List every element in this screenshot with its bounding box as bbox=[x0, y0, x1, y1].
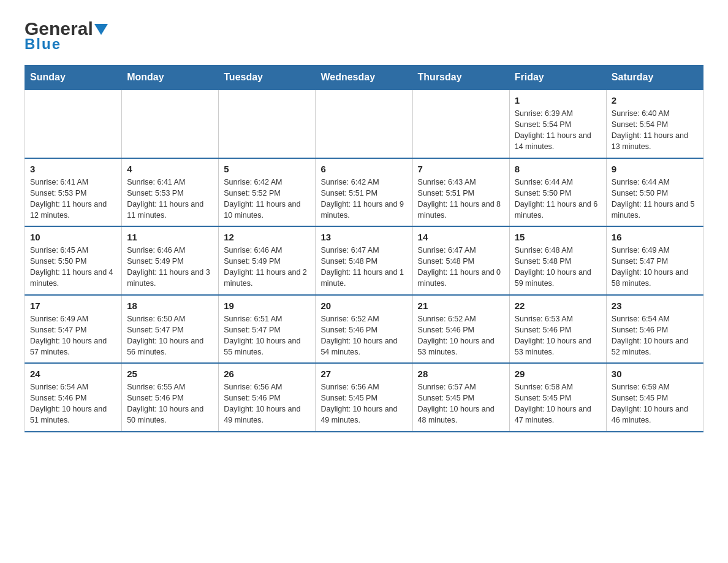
day-number: 8 bbox=[515, 164, 601, 174]
calendar-day-cell: 13Sunrise: 6:47 AMSunset: 5:48 PMDayligh… bbox=[316, 226, 412, 295]
day-number: 30 bbox=[612, 369, 698, 379]
calendar-week-4: 17Sunrise: 6:49 AMSunset: 5:47 PMDayligh… bbox=[25, 295, 703, 364]
calendar-day-cell: 12Sunrise: 6:46 AMSunset: 5:49 PMDayligh… bbox=[219, 226, 316, 295]
day-number: 13 bbox=[320, 232, 407, 242]
day-number: 15 bbox=[515, 232, 601, 242]
col-saturday: Saturday bbox=[606, 66, 703, 90]
logo: General Blue bbox=[25, 18, 108, 53]
day-info: Sunrise: 6:56 AMSunset: 5:45 PMDaylight:… bbox=[320, 381, 407, 426]
day-number: 10 bbox=[30, 232, 116, 242]
calendar-day-cell: 16Sunrise: 6:49 AMSunset: 5:47 PMDayligh… bbox=[606, 226, 703, 295]
calendar-week-5: 24Sunrise: 6:54 AMSunset: 5:46 PMDayligh… bbox=[25, 363, 703, 432]
day-number: 12 bbox=[224, 232, 310, 242]
day-number: 5 bbox=[224, 164, 310, 174]
calendar-day-cell: 7Sunrise: 6:43 AMSunset: 5:51 PMDaylight… bbox=[412, 158, 509, 227]
day-info: Sunrise: 6:46 AMSunset: 5:49 PMDaylight:… bbox=[224, 245, 310, 289]
day-info: Sunrise: 6:41 AMSunset: 5:53 PMDaylight:… bbox=[127, 177, 213, 221]
calendar-day-cell: 26Sunrise: 6:56 AMSunset: 5:46 PMDayligh… bbox=[219, 363, 316, 432]
calendar-day-cell: 22Sunrise: 6:53 AMSunset: 5:46 PMDayligh… bbox=[509, 295, 606, 364]
day-number: 17 bbox=[30, 301, 116, 311]
calendar-day-cell: 3Sunrise: 6:41 AMSunset: 5:53 PMDaylight… bbox=[25, 158, 122, 227]
svg-marker-0 bbox=[94, 24, 108, 35]
col-thursday: Thursday bbox=[412, 66, 509, 90]
day-number: 28 bbox=[418, 369, 504, 379]
col-monday: Monday bbox=[122, 66, 219, 90]
day-number: 7 bbox=[418, 164, 504, 174]
calendar-day-cell: 11Sunrise: 6:46 AMSunset: 5:49 PMDayligh… bbox=[122, 226, 219, 295]
day-number: 20 bbox=[320, 301, 407, 311]
col-sunday: Sunday bbox=[25, 66, 122, 90]
day-number: 1 bbox=[515, 95, 601, 105]
calendar-week-3: 10Sunrise: 6:45 AMSunset: 5:50 PMDayligh… bbox=[25, 226, 703, 295]
day-info: Sunrise: 6:39 AMSunset: 5:54 PMDaylight:… bbox=[515, 108, 601, 153]
calendar-day-cell: 10Sunrise: 6:45 AMSunset: 5:50 PMDayligh… bbox=[25, 226, 122, 295]
day-info: Sunrise: 6:54 AMSunset: 5:46 PMDaylight:… bbox=[612, 313, 698, 358]
day-info: Sunrise: 6:53 AMSunset: 5:46 PMDaylight:… bbox=[515, 313, 601, 358]
day-info: Sunrise: 6:45 AMSunset: 5:50 PMDaylight:… bbox=[30, 245, 116, 289]
calendar-day-cell: 17Sunrise: 6:49 AMSunset: 5:47 PMDayligh… bbox=[25, 295, 122, 364]
calendar-day-cell: 27Sunrise: 6:56 AMSunset: 5:45 PMDayligh… bbox=[316, 363, 412, 432]
day-number: 18 bbox=[127, 301, 213, 311]
calendar-day-cell: 20Sunrise: 6:52 AMSunset: 5:46 PMDayligh… bbox=[316, 295, 412, 364]
day-info: Sunrise: 6:49 AMSunset: 5:47 PMDaylight:… bbox=[612, 245, 698, 289]
day-number: 4 bbox=[127, 164, 213, 174]
calendar-day-cell bbox=[25, 90, 122, 158]
calendar-header-row: Sunday Monday Tuesday Wednesday Thursday… bbox=[25, 66, 703, 90]
day-info: Sunrise: 6:47 AMSunset: 5:48 PMDaylight:… bbox=[320, 245, 407, 289]
col-friday: Friday bbox=[509, 66, 606, 90]
day-info: Sunrise: 6:46 AMSunset: 5:49 PMDaylight:… bbox=[127, 245, 213, 289]
calendar-day-cell: 8Sunrise: 6:44 AMSunset: 5:50 PMDaylight… bbox=[509, 158, 606, 227]
day-info: Sunrise: 6:48 AMSunset: 5:48 PMDaylight:… bbox=[515, 245, 601, 289]
day-info: Sunrise: 6:41 AMSunset: 5:53 PMDaylight:… bbox=[30, 177, 116, 221]
calendar-day-cell: 14Sunrise: 6:47 AMSunset: 5:48 PMDayligh… bbox=[412, 226, 509, 295]
day-info: Sunrise: 6:59 AMSunset: 5:45 PMDaylight:… bbox=[612, 381, 698, 426]
day-info: Sunrise: 6:40 AMSunset: 5:54 PMDaylight:… bbox=[612, 108, 698, 153]
calendar-day-cell bbox=[219, 90, 316, 158]
day-number: 22 bbox=[515, 301, 601, 311]
calendar-day-cell: 23Sunrise: 6:54 AMSunset: 5:46 PMDayligh… bbox=[606, 295, 703, 364]
calendar-day-cell: 28Sunrise: 6:57 AMSunset: 5:45 PMDayligh… bbox=[412, 363, 509, 432]
day-number: 19 bbox=[224, 301, 310, 311]
day-info: Sunrise: 6:42 AMSunset: 5:52 PMDaylight:… bbox=[224, 177, 310, 221]
day-info: Sunrise: 6:44 AMSunset: 5:50 PMDaylight:… bbox=[612, 177, 698, 221]
calendar-day-cell: 15Sunrise: 6:48 AMSunset: 5:48 PMDayligh… bbox=[509, 226, 606, 295]
day-number: 2 bbox=[612, 95, 698, 105]
calendar-day-cell: 9Sunrise: 6:44 AMSunset: 5:50 PMDaylight… bbox=[606, 158, 703, 227]
calendar-day-cell: 21Sunrise: 6:52 AMSunset: 5:46 PMDayligh… bbox=[412, 295, 509, 364]
day-info: Sunrise: 6:43 AMSunset: 5:51 PMDaylight:… bbox=[418, 177, 504, 221]
day-info: Sunrise: 6:57 AMSunset: 5:45 PMDaylight:… bbox=[418, 381, 504, 426]
calendar-day-cell: 1Sunrise: 6:39 AMSunset: 5:54 PMDaylight… bbox=[509, 90, 606, 158]
col-wednesday: Wednesday bbox=[316, 66, 412, 90]
day-info: Sunrise: 6:52 AMSunset: 5:46 PMDaylight:… bbox=[418, 313, 504, 358]
day-info: Sunrise: 6:52 AMSunset: 5:46 PMDaylight:… bbox=[320, 313, 407, 358]
day-info: Sunrise: 6:47 AMSunset: 5:48 PMDaylight:… bbox=[418, 245, 504, 289]
calendar-day-cell bbox=[316, 90, 412, 158]
day-info: Sunrise: 6:54 AMSunset: 5:46 PMDaylight:… bbox=[30, 381, 116, 426]
day-number: 6 bbox=[320, 164, 407, 174]
day-number: 11 bbox=[127, 232, 213, 242]
day-number: 24 bbox=[30, 369, 116, 379]
calendar-day-cell: 19Sunrise: 6:51 AMSunset: 5:47 PMDayligh… bbox=[219, 295, 316, 364]
calendar-week-2: 3Sunrise: 6:41 AMSunset: 5:53 PMDaylight… bbox=[25, 158, 703, 227]
day-number: 14 bbox=[418, 232, 504, 242]
day-info: Sunrise: 6:58 AMSunset: 5:45 PMDaylight:… bbox=[515, 381, 601, 426]
calendar-day-cell: 30Sunrise: 6:59 AMSunset: 5:45 PMDayligh… bbox=[606, 363, 703, 432]
day-number: 16 bbox=[612, 232, 698, 242]
day-info: Sunrise: 6:56 AMSunset: 5:46 PMDaylight:… bbox=[224, 381, 310, 426]
day-info: Sunrise: 6:50 AMSunset: 5:47 PMDaylight:… bbox=[127, 313, 213, 358]
calendar-table: Sunday Monday Tuesday Wednesday Thursday… bbox=[25, 65, 703, 432]
day-number: 26 bbox=[224, 369, 310, 379]
day-info: Sunrise: 6:44 AMSunset: 5:50 PMDaylight:… bbox=[515, 177, 601, 221]
calendar-week-1: 1Sunrise: 6:39 AMSunset: 5:54 PMDaylight… bbox=[25, 90, 703, 158]
calendar-day-cell: 5Sunrise: 6:42 AMSunset: 5:52 PMDaylight… bbox=[219, 158, 316, 227]
calendar-day-cell: 18Sunrise: 6:50 AMSunset: 5:47 PMDayligh… bbox=[122, 295, 219, 364]
calendar-day-cell: 25Sunrise: 6:55 AMSunset: 5:46 PMDayligh… bbox=[122, 363, 219, 432]
col-tuesday: Tuesday bbox=[219, 66, 316, 90]
calendar-day-cell bbox=[412, 90, 509, 158]
calendar-day-cell: 29Sunrise: 6:58 AMSunset: 5:45 PMDayligh… bbox=[509, 363, 606, 432]
calendar-day-cell: 24Sunrise: 6:54 AMSunset: 5:46 PMDayligh… bbox=[25, 363, 122, 432]
day-info: Sunrise: 6:42 AMSunset: 5:51 PMDaylight:… bbox=[320, 177, 407, 221]
day-number: 27 bbox=[320, 369, 407, 379]
logo-blue-text: Blue bbox=[25, 36, 61, 53]
logo-triangle-icon bbox=[94, 24, 108, 35]
